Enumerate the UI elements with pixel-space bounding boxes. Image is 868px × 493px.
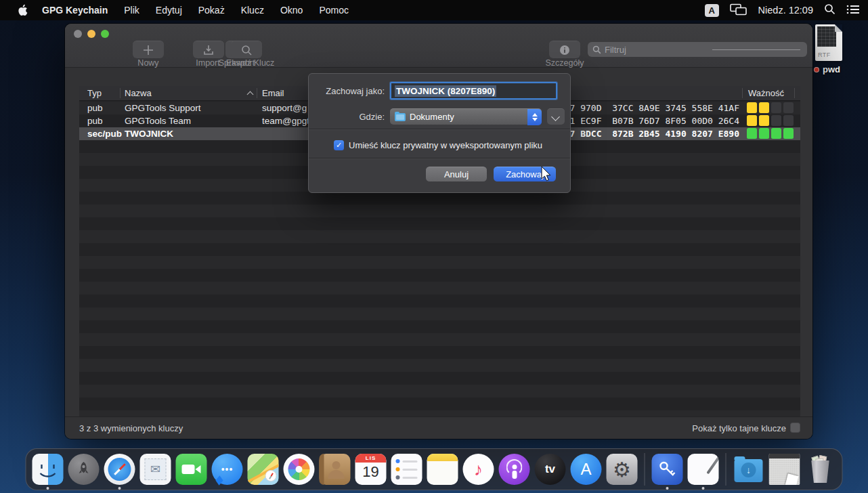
- column-header-waznosc[interactable]: Ważność: [748, 88, 784, 98]
- dock-item-podcasts[interactable]: [499, 454, 530, 485]
- close-button[interactable]: [74, 30, 82, 38]
- desktop-file-pwd[interactable]: RTF pwd: [814, 24, 857, 74]
- dock-item-textedit[interactable]: [688, 454, 719, 485]
- where-label: Gdzie:: [309, 112, 385, 122]
- red-tag-dot: [814, 67, 819, 72]
- dock-item-launchpad[interactable]: [68, 454, 100, 485]
- magnifier-icon: [240, 44, 253, 56]
- running-indicator: [118, 487, 121, 490]
- expand-dialog-button[interactable]: [547, 108, 565, 125]
- dock-item-app-store[interactable]: A: [571, 454, 602, 485]
- new-key-button[interactable]: [133, 41, 164, 58]
- menu-app-name[interactable]: GPG Keychain: [34, 5, 116, 16]
- dock-item-safari[interactable]: [104, 454, 135, 485]
- apple-tv-icon: tv: [535, 454, 566, 485]
- details-button[interactable]: [549, 41, 580, 58]
- dock-item-mail[interactable]: ✉: [140, 454, 171, 485]
- launchpad-icon: [68, 454, 100, 485]
- dock-item-facetime[interactable]: [176, 454, 207, 485]
- import-button[interactable]: [193, 41, 224, 58]
- private-key-checkbox[interactable]: ✓: [334, 140, 344, 150]
- dock-item-contacts[interactable]: [320, 454, 351, 485]
- mail-icon: ✉: [140, 454, 171, 485]
- running-indicator: [47, 487, 49, 490]
- screen-mirroring-icon[interactable]: [730, 3, 747, 18]
- dock-item-maps[interactable]: [248, 454, 279, 485]
- column-header-typ[interactable]: Typ: [87, 88, 102, 98]
- minimize-button[interactable]: [87, 30, 95, 38]
- column-header-nazwa[interactable]: Nazwa: [125, 88, 152, 98]
- where-popup[interactable]: Dokumenty: [390, 108, 542, 125]
- filename-field[interactable]: TWOJNICK (8207E890): [390, 82, 557, 100]
- menu-item-pokaz[interactable]: Pokaż: [190, 5, 233, 16]
- dock-item-calendar[interactable]: LIS 19: [355, 454, 387, 485]
- import-label: Import: [196, 58, 219, 68]
- menu-item-klucz[interactable]: Klucz: [233, 5, 272, 16]
- podcasts-icon: [499, 454, 530, 485]
- recent-document-icon: [769, 454, 800, 485]
- folder-icon: [395, 113, 406, 121]
- secret-only-label: Pokaż tylko tajne klucze: [692, 423, 786, 433]
- calendar-icon: LIS 19: [355, 454, 387, 485]
- verify-key-button[interactable]: [231, 41, 262, 58]
- dock-item-gpg-keychain[interactable]: [652, 454, 683, 485]
- dock-item-tv[interactable]: tv: [535, 454, 566, 485]
- menu-item-pomoc[interactable]: Pomoc: [311, 5, 357, 16]
- calendar-month: LIS: [355, 454, 387, 463]
- menu-bar: GPG Keychain Plik Edytuj Pokaż Klucz Okn…: [0, 0, 868, 20]
- menu-clock[interactable]: Niedz. 12:09: [758, 5, 813, 16]
- menu-item-plik[interactable]: Plik: [116, 5, 148, 16]
- zoom-button[interactable]: [101, 30, 109, 38]
- facetime-icon: [176, 454, 207, 485]
- desktop-file-name: pwd: [823, 64, 840, 74]
- input-source-indicator[interactable]: A: [705, 4, 719, 17]
- dock-separator: [726, 453, 726, 486]
- rtf-file-icon: RTF: [815, 24, 842, 61]
- key-fingerprint: 1 EC9F B07B 76D7 8F05 00D0 26C4: [570, 116, 739, 126]
- where-value: Dokumenty: [410, 112, 527, 122]
- filter-field-line: [712, 49, 800, 50]
- key-name: GPGTools Team: [125, 116, 191, 126]
- key-fingerprint: 7 BDCC 872B 2B45 4190 8207 E890: [570, 129, 739, 139]
- spotlight-search-icon[interactable]: [824, 3, 836, 17]
- dock-item-finder[interactable]: [32, 454, 64, 485]
- gear-icon: ⚙: [607, 454, 638, 485]
- dock-item-notes[interactable]: [427, 454, 458, 485]
- menu-item-edytuj[interactable]: Edytuj: [148, 5, 190, 16]
- key-name: TWOJNICK: [125, 129, 173, 139]
- details-label: Szczegóły: [546, 58, 584, 68]
- window-toolbar: Nowy Import Eksport Sprawdź Klucz Szczeg…: [65, 24, 812, 68]
- dock-item-music[interactable]: ♪: [463, 454, 494, 485]
- key-email: team@gpgt: [262, 116, 309, 126]
- dock-item-downloads[interactable]: ↓: [733, 454, 764, 485]
- finder-icon: [32, 454, 64, 485]
- column-header-email[interactable]: Email: [262, 88, 284, 98]
- dock-item-system-preferences[interactable]: ⚙: [607, 454, 638, 485]
- save-dialog: Zachowaj jako: TWOJNICK (8207E890) Gdzie…: [308, 73, 571, 193]
- key-name: GPGTools Support: [125, 103, 201, 113]
- mouse-cursor: [541, 167, 552, 184]
- menu-item-okno[interactable]: Okno: [272, 5, 311, 16]
- photos-icon: [284, 454, 315, 485]
- textedit-icon: [688, 454, 719, 485]
- key-count-text: 3 z 3 wymienionych kluczy: [79, 423, 183, 433]
- dock-item-messages[interactable]: •••: [212, 454, 243, 485]
- maps-icon: [248, 454, 279, 485]
- secret-only-checkbox[interactable]: [790, 423, 800, 433]
- status-bar: 3 z 3 wymienionych kluczy Pokaż tylko ta…: [65, 416, 812, 439]
- cancel-button[interactable]: Anuluj: [426, 167, 487, 181]
- popup-stepper-icon: [527, 109, 542, 125]
- save-as-label: Zachowaj jako:: [309, 86, 385, 96]
- app-store-icon: A: [571, 454, 602, 485]
- contacts-icon: [320, 454, 351, 485]
- dock-item-reminders[interactable]: [391, 454, 422, 485]
- key-type: pub: [87, 116, 103, 126]
- import-icon: [202, 44, 215, 56]
- dock-item-recent-document[interactable]: [769, 454, 800, 485]
- dock-item-trash[interactable]: [805, 454, 836, 485]
- dock-item-photos[interactable]: [284, 454, 315, 485]
- filter-search-field[interactable]: Filtruj: [588, 42, 807, 57]
- apple-menu-icon[interactable]: [9, 3, 34, 17]
- notification-center-icon[interactable]: [846, 4, 860, 17]
- key-fingerprint: 7 970D 37CC 8A9E 3745 558E 41AF: [570, 103, 739, 113]
